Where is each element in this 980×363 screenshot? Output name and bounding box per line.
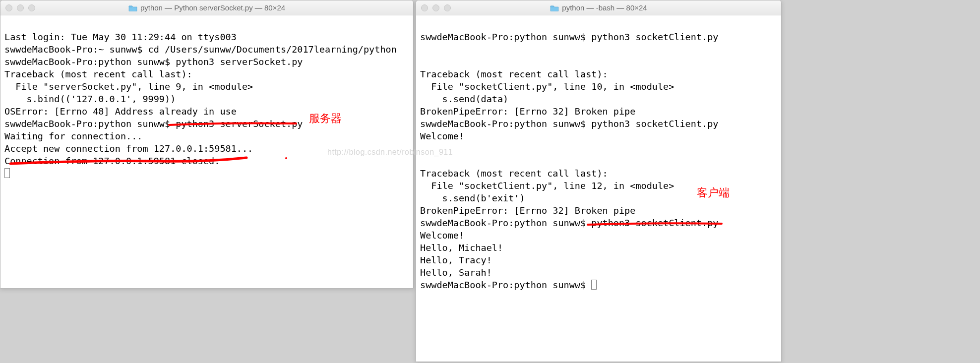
terminal-line: Hello, Sarah! [420,267,492,278]
terminal-line: swwdeMacBook-Pro:~ sunww$ cd /Users/sunw… [4,44,397,55]
terminal-line: Waiting for connection... [4,131,142,141]
svg-point-1 [285,157,287,159]
close-icon[interactable] [5,4,12,11]
terminal-line: swwdeMacBook-Pro:python sunww$ python3 s… [420,218,718,228]
close-icon[interactable] [421,4,428,11]
minimize-icon[interactable] [432,4,439,11]
terminal-line: s.send(data) [420,94,508,104]
svg-rect-2 [551,6,554,7]
terminal-line: swwdeMacBook-Pro:python sunww$ python3 s… [420,32,718,42]
terminal-line: Welcome! [420,230,464,241]
terminal-line: Accept new connection from 127.0.0.1:595… [4,143,253,154]
terminal-line: File "socketClient.py", line 12, in <mod… [420,181,674,191]
svg-rect-0 [129,6,132,7]
terminal-line: swwdeMacBook-Pro:python sunww$ [420,280,591,290]
terminal-line: Connection from 127.0.0.1:59581 closed. [4,156,220,166]
title-text: python — -bash — 80×24 [562,3,647,12]
titlebar[interactable]: python — -bash — 80×24 [416,0,781,15]
terminal-line: Traceback (most recent call last): [4,69,192,79]
traffic-lights [5,4,35,11]
terminal-line: Welcome! [420,131,464,141]
annotation-client-label: 客户端 [697,186,730,199]
terminal-line: s.bind(('127.0.0.1', 9999)) [4,94,176,104]
terminal-line: BrokenPipeError: [Errno 32] Broken pipe [420,106,635,117]
terminal-line: Hello, Tracy! [420,255,492,265]
minimize-icon[interactable] [17,4,24,11]
terminal-window-server[interactable]: python — Python serverSocket.py — 80×24 … [0,0,414,289]
cursor-icon [4,168,10,178]
title-text: python — Python serverSocket.py — 80×24 [140,3,285,12]
terminal-line: Hello, Michael! [420,242,503,253]
cursor-icon [591,280,597,290]
zoom-icon[interactable] [444,4,451,11]
titlebar[interactable]: python — Python serverSocket.py — 80×24 [0,0,413,15]
terminal-line: Last login: Tue May 30 11:29:44 on ttys0… [4,32,237,42]
terminal-line: Traceback (most recent call last): [420,168,608,179]
terminal-line: File "socketClient.py", line 10, in <mod… [420,81,674,92]
terminal-body-server[interactable]: Last login: Tue May 30 11:29:44 on ttys0… [0,15,413,288]
terminal-line: OSError: [Errno 48] Address already in u… [4,106,237,117]
folder-icon [550,4,559,11]
window-title: python — Python serverSocket.py — 80×24 [5,3,408,12]
terminal-window-client[interactable]: python — -bash — 80×24 swwdeMacBook-Pro:… [416,0,782,362]
folder-icon [128,4,137,11]
terminal-line: swwdeMacBook-Pro:python sunww$ python3 s… [4,119,303,129]
window-title: python — -bash — 80×24 [421,3,776,12]
annotation-server-label: 服务器 [309,112,342,124]
terminal-line: swwdeMacBook-Pro:python sunww$ python3 s… [420,119,718,129]
terminal-line: Traceback (most recent call last): [420,69,608,79]
terminal-line: BrokenPipeError: [Errno 32] Broken pipe [420,205,635,216]
zoom-icon[interactable] [28,4,35,11]
traffic-lights [421,4,451,11]
terminal-line: File "serverSocket.py", line 9, in <modu… [4,81,253,92]
terminal-body-client[interactable]: swwdeMacBook-Pro:python sunww$ python3 s… [416,15,781,362]
terminal-line: s.send(b'exit') [420,193,525,203]
terminal-line: swwdeMacBook-Pro:python sunww$ python3 s… [4,57,303,67]
